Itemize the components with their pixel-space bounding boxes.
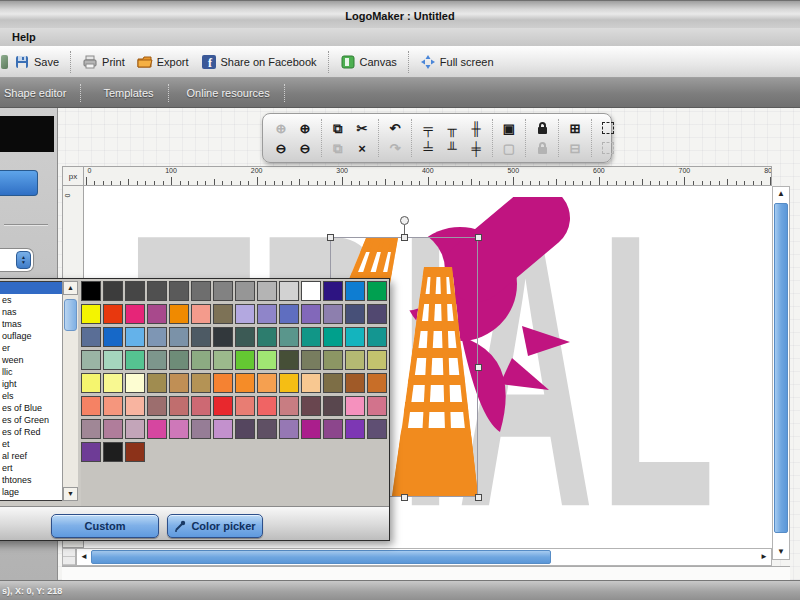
color-swatch[interactable] [323,281,343,301]
color-swatch[interactable] [257,419,277,439]
color-swatch[interactable] [191,373,211,393]
facebook-share-button[interactable]: f Share on Facebook [195,51,323,73]
align-bottom-center-button[interactable]: ╨ [442,139,462,158]
handle-top-right[interactable] [475,234,482,241]
scroll-right-arrow[interactable]: ► [757,550,771,564]
scroll-down-arrow[interactable]: ▼ [774,545,788,559]
color-swatch[interactable] [367,350,387,370]
color-swatch[interactable] [235,327,255,347]
color-swatch[interactable] [213,350,233,370]
color-swatch[interactable] [103,350,123,370]
color-swatch[interactable] [279,304,299,324]
color-swatch[interactable] [323,350,343,370]
color-swatch[interactable] [213,281,233,301]
scroll-up-arrow[interactable]: ▲ [774,187,788,201]
color-preview-swatch[interactable] [0,116,54,152]
color-swatch[interactable] [257,327,277,347]
color-swatch[interactable] [103,373,123,393]
list-scroll-up-arrow[interactable]: ▲ [63,281,78,295]
color-swatch[interactable] [323,304,343,324]
deselect-button[interactable] [598,139,618,158]
color-swatch[interactable] [257,396,277,416]
vertical-scrollbar[interactable]: ▲ ▼ [772,186,790,560]
color-swatch[interactable] [169,373,189,393]
print-button[interactable]: Print [76,51,131,73]
color-swatch[interactable] [301,304,321,324]
color-swatch[interactable] [147,304,167,324]
color-swatch[interactable] [279,396,299,416]
color-swatch[interactable] [191,281,211,301]
tab-shape-editor[interactable]: Shape editor [0,78,80,108]
color-swatch[interactable] [213,396,233,416]
color-swatch[interactable] [125,327,145,347]
color-swatch[interactable] [81,419,101,439]
color-swatch[interactable] [147,327,167,347]
color-swatch[interactable] [103,304,123,324]
color-swatch[interactable] [367,373,387,393]
color-swatch[interactable] [81,442,101,462]
color-swatch[interactable] [235,304,255,324]
palette-select-dropdown[interactable]: ▲▼ [0,248,34,272]
color-swatch[interactable] [345,396,365,416]
color-swatch[interactable] [279,419,299,439]
color-swatch[interactable] [191,350,211,370]
zoom-out-button[interactable]: ⊖ [271,139,291,158]
color-swatch[interactable] [367,396,387,416]
lock-button[interactable] [532,119,552,138]
color-swatch[interactable] [191,396,211,416]
color-swatch[interactable] [125,396,145,416]
color-swatch[interactable] [191,327,211,347]
save-button[interactable]: Save [8,51,65,73]
canvas-button[interactable]: Canvas [334,51,403,73]
color-swatch[interactable] [235,419,255,439]
handle-top-left[interactable] [327,234,334,241]
handle-bottom-center[interactable] [401,494,408,501]
color-swatch[interactable] [169,396,189,416]
redo-button[interactable]: ↷ [385,139,405,158]
color-swatch[interactable] [147,419,167,439]
color-swatch[interactable] [345,373,365,393]
bring-to-front-button[interactable]: ▣ [499,119,519,138]
palette-list-scrollbar[interactable]: ▲ ▼ [62,281,78,501]
color-swatch[interactable] [235,350,255,370]
color-swatch[interactable] [279,373,299,393]
send-to-back-button[interactable]: ▢ [499,139,519,158]
rotation-handle[interactable] [400,216,409,225]
color-swatch[interactable] [125,442,145,462]
paste-button[interactable]: ⧉ [328,139,348,158]
export-button[interactable]: Export [131,51,195,73]
color-swatch[interactable] [323,396,343,416]
color-swatch[interactable] [81,327,101,347]
sidebar-selected-item[interactable] [0,170,38,196]
color-swatch[interactable] [169,350,189,370]
color-swatch[interactable] [301,327,321,347]
handle-middle-right[interactable] [475,364,482,371]
color-swatch[interactable] [191,419,211,439]
color-swatch[interactable] [345,419,365,439]
color-swatch[interactable] [125,419,145,439]
color-swatch[interactable] [213,419,233,439]
handle-bottom-right[interactable] [475,494,482,501]
color-swatch[interactable] [367,281,387,301]
color-swatch[interactable] [257,304,277,324]
ungroup-button[interactable]: ⊟ [565,139,585,158]
vertical-scroll-thumb[interactable] [774,203,788,533]
color-swatch[interactable] [103,281,123,301]
color-swatch[interactable] [147,350,167,370]
horizontal-scrollbar[interactable]: ◄ ► [76,548,772,566]
unlock-button[interactable] [532,139,552,158]
list-scroll-down-arrow[interactable]: ▼ [63,487,78,501]
scroll-left-arrow[interactable]: ◄ [77,550,91,564]
color-swatch[interactable] [235,373,255,393]
align-center-vertical-button[interactable]: ╪ [466,139,486,158]
zoom-tool-button[interactable]: ⊕ [271,119,291,138]
color-swatch[interactable] [279,350,299,370]
color-swatch[interactable] [345,304,365,324]
color-swatch[interactable] [257,373,277,393]
color-swatch[interactable] [301,350,321,370]
color-swatch[interactable] [103,396,123,416]
align-bottom-button[interactable]: ╧ [418,139,438,158]
align-center-horizontal-button[interactable]: ╫ [466,119,486,138]
color-swatch[interactable] [279,281,299,301]
horizontal-scroll-thumb[interactable] [91,550,551,564]
